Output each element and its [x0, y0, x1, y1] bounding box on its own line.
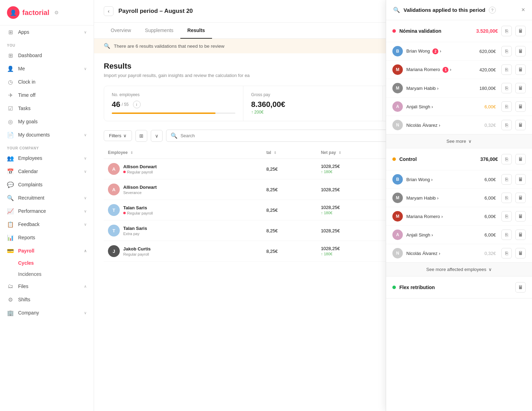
grid-view-button[interactable]: ⊞	[135, 130, 147, 142]
col-total[interactable]: tal ⇕	[262, 147, 317, 159]
brian-wong-copy-1[interactable]: ⎘	[501, 46, 512, 56]
sidebar-item-my-goals[interactable]: ◎ My goals	[0, 115, 94, 128]
mariana-calc-2[interactable]: 🖩	[515, 211, 526, 222]
panel-help-button[interactable]: ?	[489, 7, 496, 14]
control-see-more-button[interactable]: See more affected employees ∨	[386, 262, 532, 276]
avatar-anjali-singh: A	[392, 101, 403, 112]
company-icon: 🏢	[7, 309, 14, 316]
sidebar-item-dashboard[interactable]: ⊞ Dashboard	[0, 49, 94, 62]
sidebar-item-time-off[interactable]: ✈ Time off	[0, 88, 94, 102]
logo-area[interactable]: 👤 factorial ⚙	[0, 0, 94, 25]
col-net-pay[interactable]: Net pay ⇕	[317, 147, 397, 159]
anjali-calc[interactable]: 🖩	[515, 101, 526, 112]
filters-button[interactable]: Filters ∨	[104, 130, 132, 141]
employee-name: Talan Saris	[123, 226, 147, 231]
sidebar-item-payroll[interactable]: 💳 Payroll ∧	[0, 244, 94, 257]
sidebar-item-complaints[interactable]: 💬 Complaints	[0, 178, 94, 191]
control-calc-button[interactable]: 🖩	[515, 154, 526, 164]
mariana-copy-2[interactable]: ⎘	[501, 211, 512, 222]
sidebar-item-recruitment[interactable]: 🔍 Recruitment ∨	[0, 191, 94, 204]
apps-label: Apps	[18, 29, 29, 35]
flex-calc-button[interactable]: 🖩	[515, 282, 526, 293]
panel-title-row: 🔍 Validations applied to this period ?	[393, 7, 496, 14]
avatar: J	[108, 245, 120, 257]
nomina-status-dot	[392, 29, 396, 33]
validation-item-anjali-singh: A Anjali Singh › 6,00€ ⎘ 🖩	[386, 97, 532, 116]
col-employee[interactable]: Employee ⇕	[104, 147, 262, 159]
sidebar-item-reports[interactable]: 📊 Reports	[0, 231, 94, 244]
clock-icon: ◷	[7, 78, 14, 85]
sidebar-item-me[interactable]: 👤 Me ∨	[0, 62, 94, 75]
sidebar-item-apps[interactable]: ⊞ Apps ∨	[0, 25, 94, 39]
maryam-habib-name-2: Maryam Habib ›	[406, 195, 468, 201]
me-icon: 👤	[7, 65, 14, 72]
avatar: T	[108, 204, 120, 216]
maryam-copy[interactable]: ⎘	[501, 83, 512, 93]
stat-employees-total: / 55	[122, 102, 128, 107]
list-view-button[interactable]: ∨	[151, 130, 163, 142]
cell-net-pay: 1028,25€↑ 180€	[317, 241, 397, 262]
nomina-copy-button[interactable]: ⎘	[501, 26, 512, 36]
nomina-validation-header: Nómina validation 3.520,00€ ⎘ 🖩	[386, 20, 532, 42]
nicolas-calc[interactable]: 🖩	[515, 120, 526, 130]
maryam-copy-2[interactable]: ⎘	[501, 193, 512, 203]
reports-icon: 📊	[7, 234, 14, 241]
validation-item-brian-wong-1: B Brian Wong 2 › 620,00€ ⎘ 🖩	[386, 42, 532, 60]
nomina-calc-button[interactable]: 🖩	[515, 26, 526, 36]
nicolas-copy-2[interactable]: ⎘	[501, 248, 512, 258]
cell-total: 8,25€	[262, 159, 317, 179]
maryam-calc-2[interactable]: 🖩	[515, 193, 526, 203]
brian-wong-calc-1[interactable]: 🖩	[515, 46, 526, 56]
complaints-icon: 💬	[7, 181, 14, 188]
flex-validation-name: Flex retribution	[399, 285, 512, 290]
sidebar-sub-cycles[interactable]: Cycles	[0, 257, 94, 269]
sidebar-item-company[interactable]: 🏢 Company ∨	[0, 306, 94, 319]
alert-text: There are 6 results validations that nee…	[114, 44, 224, 49]
panel-close-button[interactable]: ×	[521, 6, 525, 14]
mariana-romero-name-2: Mariana Romero ›	[406, 214, 468, 219]
stat-gross-pay: Gross pay 8.360,00€ ↑ 200€	[243, 86, 383, 121]
tab-results[interactable]: Results	[180, 23, 212, 39]
maryam-calc[interactable]: 🖩	[515, 83, 526, 93]
mariana-calc[interactable]: 🖩	[515, 64, 526, 75]
anjali-copy-2[interactable]: ⎘	[501, 230, 512, 240]
settings-icon[interactable]: ⚙	[54, 10, 59, 15]
info-icon[interactable]: i	[133, 101, 141, 108]
sidebar-item-my-documents[interactable]: 📄 My documents ∨	[0, 128, 94, 141]
mariana-copy[interactable]: ⎘	[501, 64, 512, 75]
tab-supplements[interactable]: Supplements	[138, 23, 180, 39]
control-validation-amount: 376,00€	[480, 156, 498, 162]
anjali-calc-2[interactable]: 🖩	[515, 230, 526, 240]
anjali-copy[interactable]: ⎘	[501, 101, 512, 112]
employee-cell: A Allison Dorwart Severance	[108, 184, 258, 195]
nicolas-calc-2[interactable]: 🖩	[515, 248, 526, 258]
sidebar-item-files[interactable]: 🗂 Files ∧	[0, 280, 94, 293]
nomina-see-more-button[interactable]: See more ∨	[386, 134, 532, 148]
stat-gross-label: Gross pay	[251, 92, 375, 97]
sidebar-sub-incidences[interactable]: Incidences	[0, 269, 94, 280]
sidebar-item-performance[interactable]: 📈 Performance ∨	[0, 204, 94, 218]
sidebar-item-shifts[interactable]: ⚙ Shifts	[0, 293, 94, 306]
cell-net-pay: 1028,25€↑ 180€	[317, 159, 397, 179]
main-content: ‹ Payroll period – August 20 Overview Su…	[94, 0, 532, 411]
sidebar-item-feedback[interactable]: 📋 Feedback ∨	[0, 218, 94, 231]
sidebar-item-clock-in[interactable]: ◷ Clock in	[0, 75, 94, 88]
sidebar-item-tasks[interactable]: ☑ Tasks	[0, 102, 94, 115]
employee-sort-icon: ⇕	[130, 151, 133, 155]
nomina-validation-amount: 3.520,00€	[476, 28, 498, 34]
control-copy-button[interactable]: ⎘	[501, 154, 512, 164]
employees-chevron-icon: ∨	[84, 156, 87, 161]
back-button[interactable]: ‹	[104, 6, 114, 16]
employee-type: Severance	[123, 191, 157, 195]
tab-overview[interactable]: Overview	[104, 23, 138, 39]
mariana-romero-name: Mariana Romero 1 ›	[406, 67, 468, 73]
filters-label: Filters	[109, 133, 121, 138]
sidebar-item-employees[interactable]: 👥 Employees ∨	[0, 152, 94, 165]
nomina-validation-name: Nómina validation	[399, 28, 473, 34]
sidebar-item-calendar[interactable]: 📅 Calendar ∨	[0, 165, 94, 178]
employee-type: Extra pay	[123, 232, 147, 236]
mariana-badge: 1	[443, 67, 448, 73]
nicolas-copy[interactable]: ⎘	[501, 120, 512, 130]
brian-wong-calc-2[interactable]: 🖩	[515, 174, 526, 185]
brian-wong-copy-2[interactable]: ⎘	[501, 174, 512, 185]
